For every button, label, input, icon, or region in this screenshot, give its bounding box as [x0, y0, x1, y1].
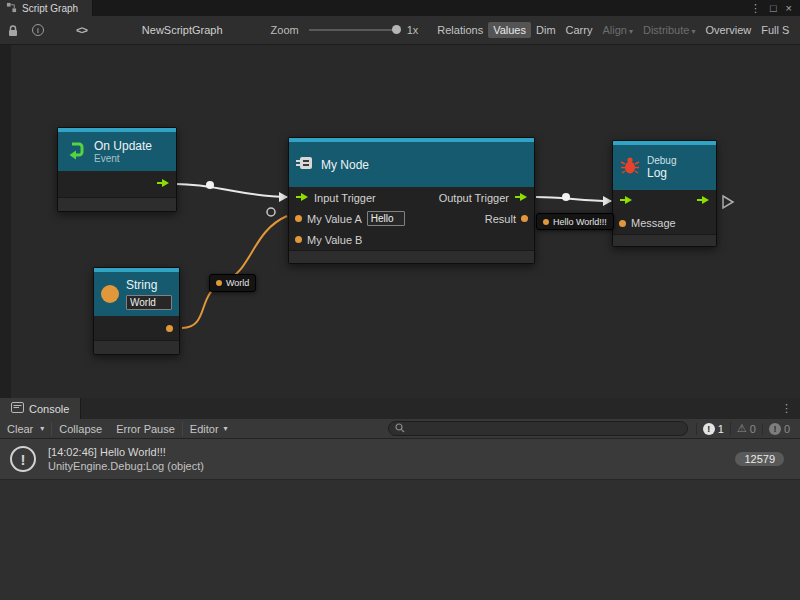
- window-buttons: ⋮ □ ×: [750, 0, 800, 16]
- bug-icon: [620, 156, 640, 179]
- node-ports: Message: [613, 190, 716, 234]
- zoom-label: Zoom: [271, 24, 299, 36]
- string-value-field[interactable]: [126, 295, 172, 310]
- console-tab-bar: Console ⋮: [0, 398, 800, 419]
- my-node-icon: [296, 155, 314, 175]
- port-label: My Value B: [307, 234, 362, 246]
- values-button[interactable]: Values: [488, 22, 531, 38]
- tab-title: Script Graph: [22, 3, 78, 14]
- window-close-icon[interactable]: ×: [786, 2, 792, 14]
- chevron-down-icon: ▾: [629, 27, 633, 36]
- fullscreen-button[interactable]: Full S: [756, 22, 794, 38]
- port-label: My Value A: [307, 213, 362, 225]
- port-row: Message: [613, 212, 716, 234]
- node-header[interactable]: String: [94, 272, 179, 316]
- wire-flow-dot: [562, 193, 570, 201]
- wire-mynode-to-debug: [536, 197, 611, 201]
- error-pause-button[interactable]: Error Pause: [109, 419, 182, 439]
- search-icon: [395, 423, 405, 435]
- dim-button[interactable]: Dim: [531, 22, 561, 38]
- value-input-port[interactable]: [619, 220, 626, 227]
- value-output-port[interactable]: [521, 215, 528, 222]
- console-log-entry[interactable]: ! [14:02:46] Hello World!!! UnityEngine.…: [0, 439, 800, 480]
- control-input-port[interactable]: [295, 192, 309, 204]
- editor-dropdown-button[interactable]: Editor▾: [183, 419, 235, 439]
- edit-script-icon[interactable]: <>: [76, 24, 87, 36]
- node-footer: [613, 234, 716, 246]
- window-tab-bar: Script Graph ⋮ □ ×: [0, 0, 800, 16]
- value-input-port[interactable]: [295, 215, 302, 222]
- clear-dropdown-icon[interactable]: ▾: [38, 419, 51, 439]
- unity-editor-window: Script Graph ⋮ □ × i <> NewScriptGraph Z…: [0, 0, 800, 600]
- port-row: [613, 190, 716, 212]
- warning-count-toggle[interactable]: ⚠ 0: [730, 422, 762, 435]
- error-log-icon: !: [769, 423, 781, 435]
- node-debug-log[interactable]: Debug Log Message: [612, 140, 717, 247]
- port-label: Input Trigger: [314, 192, 376, 204]
- node-title: My Node: [321, 158, 369, 172]
- node-footer: [94, 340, 179, 354]
- port-row: My Value A Result: [289, 208, 534, 229]
- node-ports: [58, 171, 176, 197]
- node-on-update[interactable]: On Update Event: [57, 127, 177, 212]
- control-output-port[interactable]: [696, 195, 710, 207]
- warning-icon: ⚠: [737, 422, 747, 435]
- port-label: Result: [485, 213, 516, 225]
- distribute-button[interactable]: Distribute▾: [638, 22, 700, 38]
- carry-button[interactable]: Carry: [561, 22, 598, 38]
- clear-button[interactable]: Clear: [0, 419, 36, 439]
- wire-arrowhead: [279, 192, 288, 202]
- info-icon[interactable]: i: [32, 24, 44, 36]
- port-row: Input Trigger Output Trigger: [289, 187, 534, 208]
- node-ports: Input Trigger Output Trigger My Value A …: [289, 187, 534, 250]
- console-toolbar: Clear ▾ Collapse Error Pause Editor▾ ! 1…: [0, 419, 800, 439]
- wire-onupdate-to-mynode: [176, 184, 287, 197]
- error-count-toggle[interactable]: ! 0: [762, 423, 796, 435]
- overview-button[interactable]: Overview: [700, 22, 756, 38]
- console-panel: Console ⋮ Clear ▾ Collapse Error Pause E…: [0, 398, 800, 600]
- zoom-value: 1x: [407, 24, 419, 36]
- node-my-node[interactable]: My Node Input Trigger Output Trigger: [288, 137, 535, 264]
- tab-script-graph[interactable]: Script Graph: [0, 0, 93, 16]
- zoom-slider[interactable]: [309, 29, 401, 31]
- node-subtitle: Debug: [647, 155, 676, 166]
- value-input-port[interactable]: [295, 236, 302, 243]
- canvas-left-strip: [0, 45, 11, 398]
- window-maximize-icon[interactable]: □: [770, 2, 777, 14]
- value-dot-icon: [216, 280, 222, 286]
- log-stacktrace: UnityEngine.Debug:Log (object): [48, 460, 204, 472]
- node-title: On Update: [94, 139, 152, 153]
- script-graph-icon: [6, 2, 17, 15]
- console-counters: ! 1 ⚠ 0 ! 0: [696, 422, 796, 435]
- lock-icon[interactable]: [7, 24, 19, 37]
- graph-canvas[interactable]: On Update Event: [0, 45, 800, 398]
- console-search-input[interactable]: [409, 423, 681, 434]
- node-header[interactable]: Debug Log: [613, 145, 716, 190]
- align-button[interactable]: Align▾: [597, 22, 637, 38]
- control-input-port[interactable]: [619, 195, 633, 207]
- port-label: Message: [631, 217, 676, 229]
- console-search-box[interactable]: [388, 421, 688, 436]
- relations-button[interactable]: Relations: [432, 22, 488, 38]
- node-header[interactable]: On Update Event: [58, 132, 176, 171]
- window-menu-icon[interactable]: ⋮: [750, 2, 761, 15]
- console-menu-icon[interactable]: ⋮: [773, 398, 800, 419]
- info-count-toggle[interactable]: ! 1: [696, 423, 730, 435]
- my-value-a-field[interactable]: [367, 211, 405, 226]
- collapse-button[interactable]: Collapse: [52, 419, 109, 439]
- graph-name-label: NewScriptGraph: [142, 24, 223, 36]
- zoom-slider-knob[interactable]: [392, 25, 401, 34]
- node-ports: [94, 316, 179, 340]
- value-bubble-hello-world: Hello World!!!: [536, 213, 614, 230]
- node-header[interactable]: My Node: [289, 142, 534, 187]
- value-output-port[interactable]: [166, 325, 173, 332]
- node-subtitle: Event: [94, 153, 152, 164]
- control-output-port[interactable]: [156, 178, 170, 190]
- value-dot-icon: [543, 219, 549, 225]
- log-message: [14:02:46] Hello World!!!: [48, 446, 204, 458]
- log-collapse-count-badge: 12579: [735, 452, 784, 466]
- wire-end-ring: [267, 208, 275, 216]
- control-output-port[interactable]: [514, 192, 528, 204]
- node-string[interactable]: String: [93, 267, 180, 355]
- tab-console[interactable]: Console: [0, 398, 81, 419]
